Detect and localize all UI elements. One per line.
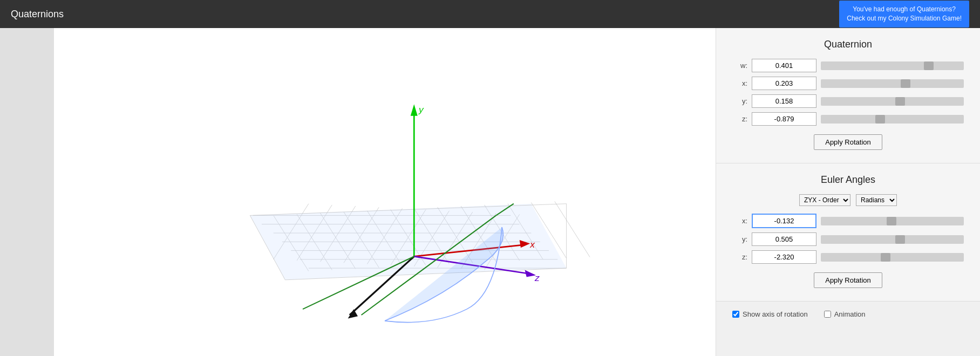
euler-z-input[interactable] xyxy=(752,250,816,264)
svg-marker-47 xyxy=(348,309,358,318)
euler-z-slider-thumb[interactable] xyxy=(881,253,890,262)
svg-marker-36 xyxy=(411,104,418,116)
quaternion-w-input[interactable] xyxy=(752,59,816,72)
euler-x-input[interactable] xyxy=(752,214,816,228)
svg-text:x: x xyxy=(529,239,535,250)
euler-z-slider-container xyxy=(821,253,964,262)
quaternion-apply-container: Apply Rotation xyxy=(732,134,964,150)
quaternion-y-label: y: xyxy=(732,97,747,105)
animation-label[interactable]: Animation xyxy=(824,310,866,318)
quaternion-z-row: z: xyxy=(732,112,964,126)
show-axis-checkbox[interactable] xyxy=(732,311,739,318)
euler-y-row: y: xyxy=(732,232,964,246)
svg-text:y: y xyxy=(418,104,424,115)
animation-checkbox[interactable] xyxy=(824,311,831,318)
euler-order-select[interactable]: ZYX - Order XYZ - Order YXZ - Order xyxy=(799,194,850,206)
quaternion-w-label: w: xyxy=(732,61,747,70)
euler-y-label: y: xyxy=(732,235,747,243)
euler-x-slider-track[interactable] xyxy=(821,217,964,225)
quaternion-z-slider-thumb[interactable] xyxy=(875,115,885,124)
quaternion-x-slider-thumb[interactable] xyxy=(901,79,910,88)
ad-button[interactable]: You've had enough of Quaternions? Check … xyxy=(839,1,969,28)
euler-y-input[interactable] xyxy=(752,232,816,246)
euler-apply-button[interactable]: Apply Rotation xyxy=(814,272,882,288)
bottom-section: Show axis of rotation Animation xyxy=(716,302,980,327)
quaternion-title: Quaternion xyxy=(732,39,964,50)
quaternion-z-slider-container xyxy=(821,115,964,124)
euler-title: Euler Angles xyxy=(732,174,964,186)
quaternion-section: Quaternion w: x: xyxy=(716,28,980,163)
quaternion-w-row: w: xyxy=(732,59,964,72)
euler-x-row: x: xyxy=(732,214,964,228)
quaternion-x-row: x: xyxy=(732,77,964,90)
app-title: Quaternions xyxy=(11,9,64,20)
left-sidebar xyxy=(0,28,54,356)
quaternion-w-slider-track[interactable] xyxy=(821,61,964,70)
euler-y-slider-thumb[interactable] xyxy=(895,235,905,244)
quaternion-y-input[interactable] xyxy=(752,94,816,108)
euler-y-slider-track[interactable] xyxy=(821,235,964,244)
quaternion-x-label: x: xyxy=(732,79,747,87)
euler-z-label: z: xyxy=(732,253,747,261)
euler-z-row: z: xyxy=(732,250,964,264)
euler-z-slider-track[interactable] xyxy=(821,253,964,262)
quaternion-z-label: z: xyxy=(732,115,747,123)
quaternion-apply-button[interactable]: Apply Rotation xyxy=(814,134,882,150)
quaternion-y-slider-thumb[interactable] xyxy=(895,97,905,106)
viewport[interactable]: y x z xyxy=(54,28,716,356)
right-panel: Quaternion w: x: xyxy=(716,28,980,356)
quaternion-x-slider-container xyxy=(821,79,964,88)
euler-unit-select[interactable]: Radians Degrees xyxy=(856,194,897,206)
quaternion-z-input[interactable] xyxy=(752,112,816,126)
3d-scene: y x z xyxy=(54,28,716,356)
euler-x-slider-thumb[interactable] xyxy=(887,217,896,225)
main-layout: y x z Quat xyxy=(0,28,980,356)
svg-line-19 xyxy=(555,201,590,257)
euler-section: Euler Angles ZYX - Order XYZ - Order YXZ… xyxy=(716,163,980,302)
euler-y-slider-container xyxy=(821,235,964,244)
svg-text:z: z xyxy=(534,272,540,283)
quaternion-y-slider-track[interactable] xyxy=(821,97,964,106)
euler-controls: ZYX - Order XYZ - Order YXZ - Order Radi… xyxy=(732,194,964,206)
quaternion-w-slider-container xyxy=(821,61,964,70)
euler-x-slider-container xyxy=(821,217,964,225)
euler-x-label: x: xyxy=(732,217,747,225)
header: Quaternions You've had enough of Quatern… xyxy=(0,0,980,28)
quaternion-y-slider-container xyxy=(821,97,964,106)
svg-marker-30 xyxy=(250,204,566,280)
show-axis-label[interactable]: Show axis of rotation xyxy=(732,310,808,318)
quaternion-y-row: y: xyxy=(732,94,964,108)
quaternion-x-input[interactable] xyxy=(752,77,816,90)
quaternion-w-slider-thumb[interactable] xyxy=(924,61,934,70)
quaternion-z-slider-track[interactable] xyxy=(821,115,964,124)
quaternion-x-slider-track[interactable] xyxy=(821,79,964,88)
euler-apply-container: Apply Rotation xyxy=(732,272,964,288)
